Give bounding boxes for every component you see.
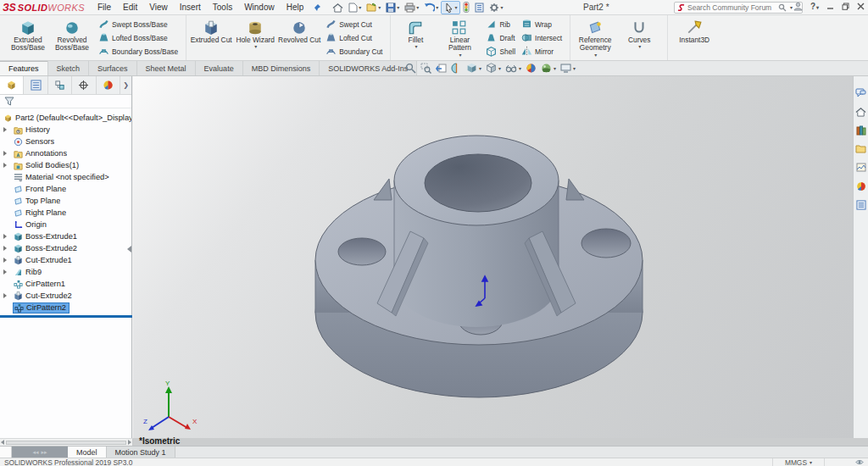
swept-boss-base-button[interactable]: Swept Boss/Base: [97, 18, 180, 31]
tree-item-front-plane[interactable]: Front Plane: [0, 183, 131, 195]
tree-item-origin[interactable]: Origin: [0, 219, 131, 230]
units-selector[interactable]: MMGS▾: [772, 458, 825, 466]
apply-scene-icon[interactable]: ▾: [541, 63, 556, 74]
rebuild-icon[interactable]: [460, 1, 472, 14]
menu-tools[interactable]: Tools: [207, 2, 238, 13]
propertymanager-tab[interactable]: [24, 76, 47, 94]
tab-model[interactable]: Model: [68, 447, 107, 458]
open-icon[interactable]: ▾: [364, 2, 383, 13]
boundary-boss-base-button[interactable]: Boundary Boss/Base: [97, 45, 180, 58]
tab-sheet-metal[interactable]: Sheet Metal: [137, 61, 196, 75]
extruded-cut-button[interactable]: Extruded Cut: [189, 16, 233, 59]
lofted-boss-base-button[interactable]: Lofted Boss/Base: [97, 31, 180, 44]
new-document-icon[interactable]: ▾: [346, 2, 364, 14]
restore-icon[interactable]: [842, 3, 849, 10]
tree-item-cut-extrude2[interactable]: Cut-Extrude2: [0, 290, 131, 302]
view-settings-icon[interactable]: ▾: [560, 64, 576, 73]
filter-icon[interactable]: [4, 97, 14, 106]
tab-features[interactable]: Features: [0, 61, 48, 75]
hide-show-items-icon[interactable]: ▾: [505, 64, 521, 74]
save-icon[interactable]: ▾: [383, 2, 402, 14]
flange-model[interactable]: [133, 76, 853, 438]
menu-view[interactable]: View: [143, 2, 174, 13]
tab-mbd-dimensions[interactable]: MBD Dimensions: [243, 61, 320, 75]
design-library-icon[interactable]: [854, 124, 867, 136]
help-icon[interactable]: ?▾: [810, 2, 819, 11]
wrap-button[interactable]: Wrap: [520, 18, 564, 31]
curves-dropdown-icon[interactable]: ▾: [638, 44, 641, 49]
tree-item-boss-extrude2[interactable]: Boss-Extrude2: [0, 242, 131, 254]
displaymanager-tab[interactable]: [97, 76, 120, 94]
pin-menu-icon[interactable]: [313, 3, 321, 12]
minimize-icon[interactable]: [826, 3, 834, 10]
display-style-icon[interactable]: ▾: [486, 63, 501, 74]
expand-icon[interactable]: [3, 151, 7, 156]
menu-window[interactable]: Window: [238, 2, 281, 13]
select-tool-icon[interactable]: ▾: [441, 1, 460, 14]
zoom-to-fit-icon[interactable]: [405, 63, 416, 74]
tab-sketch[interactable]: Sketch: [48, 61, 90, 75]
expand-icon[interactable]: [3, 293, 7, 298]
tree-horizontal-scrollbar[interactable]: [0, 438, 133, 446]
panel-tabs-overflow-icon[interactable]: ❯: [120, 76, 131, 94]
tree-item-sensors[interactable]: Sensors: [0, 136, 131, 147]
close-icon[interactable]: [857, 3, 865, 10]
menu-edit[interactable]: Edit: [117, 2, 143, 13]
rollback-bar[interactable]: [0, 315, 132, 318]
mirror-button[interactable]: Mirror: [520, 45, 564, 58]
tree-item-cut-extrude1[interactable]: Cut-Extrude1: [0, 254, 131, 266]
tags-icon[interactable]: [855, 458, 864, 466]
rib-button[interactable]: Rib: [484, 18, 517, 31]
search-scope-dropdown-icon[interactable]: ▾: [790, 5, 793, 10]
shell-button[interactable]: Shell: [484, 45, 517, 58]
tab-evaluate[interactable]: Evaluate: [196, 61, 243, 75]
panel-collapse-icon[interactable]: [127, 246, 131, 252]
linear-pattern-button[interactable]: Linear Pattern ▾: [437, 16, 481, 59]
edit-appearance-icon[interactable]: [526, 63, 537, 74]
tree-item-right-plane[interactable]: Right Plane: [0, 207, 131, 219]
boundary-cut-button[interactable]: Boundary Cut: [324, 45, 384, 58]
expand-icon[interactable]: [3, 127, 7, 132]
revolved-boss-base-button[interactable]: Revolved Boss/Base: [50, 16, 94, 59]
search-input[interactable]: [687, 3, 776, 12]
hole-wizard-button[interactable]: Hole Wizard ▾: [233, 16, 277, 59]
tab-motion-study-1[interactable]: Motion Study 1: [107, 447, 175, 458]
tree-item-boss-extrude1[interactable]: Boss-Extrude1: [0, 230, 131, 242]
revolved-cut-button[interactable]: Revolved Cut: [277, 16, 321, 59]
menu-insert[interactable]: Insert: [174, 2, 207, 13]
lofted-cut-button[interactable]: Lofted Cut: [324, 31, 384, 44]
scrollbar-thumb[interactable]: [6, 441, 126, 445]
swept-cut-button[interactable]: Swept Cut: [324, 18, 384, 31]
tree-item-part-root[interactable]: Part2 (Default<<Default>_Display State: [0, 112, 131, 124]
undo-icon[interactable]: ▾: [421, 2, 441, 14]
file-explorer-icon[interactable]: [854, 142, 867, 155]
tree-item-solid-bodies[interactable]: Solid Bodies(1): [0, 159, 131, 171]
zoom-to-area-icon[interactable]: [420, 63, 431, 74]
scroll-left-icon[interactable]: [1, 440, 4, 445]
graphics-viewport[interactable]: Y X Z: [133, 76, 853, 438]
tab-solidworks-add-ins[interactable]: SOLIDWORKS Add-Ins: [320, 61, 417, 75]
tree-item-history[interactable]: History: [0, 124, 131, 136]
resources-home-icon[interactable]: [854, 105, 867, 118]
dimxpertmanager-tab[interactable]: [72, 76, 96, 94]
search-icon[interactable]: [778, 3, 787, 12]
home-icon[interactable]: [330, 2, 346, 14]
expand-icon[interactable]: [3, 269, 7, 275]
forum-icon[interactable]: [854, 86, 867, 99]
custom-properties-icon[interactable]: [854, 198, 867, 211]
reference-geometry-button[interactable]: Reference Geometry ▾: [573, 16, 617, 59]
intersect-button[interactable]: Intersect: [520, 31, 564, 44]
curves-button[interactable]: Curves ▾: [617, 16, 661, 59]
draft-button[interactable]: Draft: [484, 31, 517, 44]
appearances-scenes-icon[interactable]: [854, 180, 867, 192]
tab-surfaces[interactable]: Surfaces: [89, 61, 137, 75]
expand-icon[interactable]: [3, 246, 7, 251]
section-view-icon[interactable]: [451, 63, 462, 74]
featuremanager-tab[interactable]: [0, 76, 24, 94]
tree-item-cirpattern2[interactable]: CirPattern2: [0, 302, 131, 313]
tree-item-cirpattern1[interactable]: CirPattern1: [0, 278, 131, 290]
print-icon[interactable]: ▾: [402, 2, 421, 14]
expand-icon[interactable]: [3, 234, 7, 239]
expand-icon[interactable]: [3, 258, 7, 263]
extruded-boss-base-button[interactable]: Extruded Boss/Base: [6, 16, 50, 59]
